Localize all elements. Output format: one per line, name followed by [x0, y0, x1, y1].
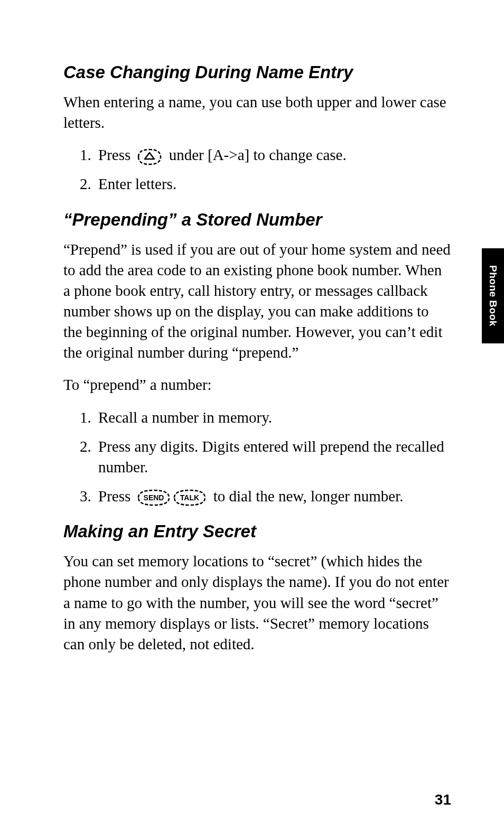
up-arrow-key-icon: [136, 148, 163, 165]
heading-case-changing: Case Changing During Name Entry: [63, 62, 451, 82]
para-prepend-explain: “Prepend” is used if you are out of your…: [63, 239, 451, 363]
talk-key-icon: TALK: [172, 489, 207, 507]
heading-secret-entry: Making an Entry Secret: [63, 521, 451, 542]
step-text: Press: [98, 146, 130, 163]
svg-text:SEND: SEND: [144, 493, 164, 502]
list-prepend-steps: Recall a number in memory. Press any dig…: [63, 407, 451, 507]
step-text: Press: [98, 488, 130, 505]
list-item: Enter letters.: [95, 174, 451, 194]
list-item: Press under [A->a] to change case.: [95, 145, 451, 165]
para-case-intro: When entering a name, you can use both u…: [63, 92, 451, 133]
list-item: Press any digits. Digits entered will pr…: [95, 436, 451, 478]
list-case-steps: Press under [A->a] to change case. Enter…: [63, 145, 451, 194]
step-text: to dial the new, longer number.: [213, 488, 404, 505]
list-item: Press SEND TALK to dial the new, longer …: [95, 486, 451, 507]
svg-text:TALK: TALK: [180, 493, 199, 502]
para-secret-explain: You can set memory locations to “secret”…: [63, 551, 451, 655]
para-prepend-lead: To “prepend” a number:: [63, 375, 451, 395]
list-item: Recall a number in memory.: [95, 407, 451, 428]
heading-prepending: “Prepending” a Stored Number: [63, 210, 451, 230]
send-key-icon: SEND: [136, 489, 171, 507]
manual-page: Case Changing During Name Entry When ent…: [0, 0, 504, 840]
page-number: 31: [435, 791, 451, 808]
side-tab-phone-book: Phone Book: [482, 248, 504, 343]
step-text: under [A->a] to change case.: [169, 146, 347, 163]
